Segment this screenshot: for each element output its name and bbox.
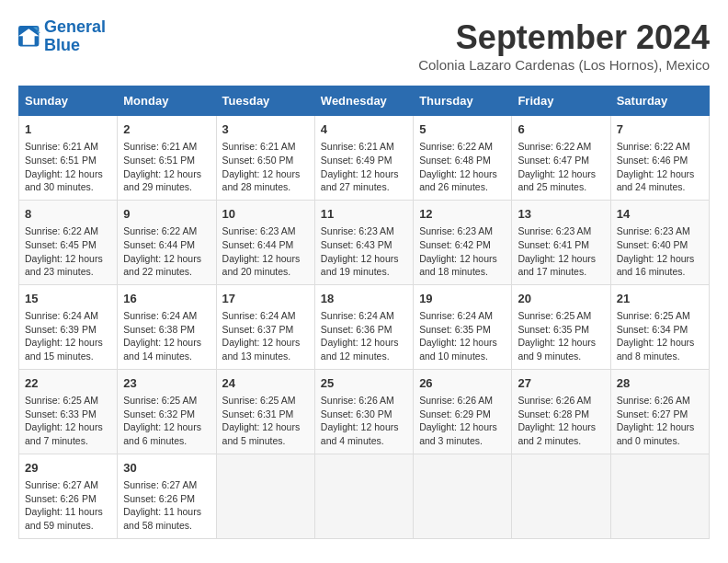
sunset-text: Sunset: 6:51 PM xyxy=(123,155,195,166)
sunrise-text: Sunrise: 6:21 AM xyxy=(123,141,197,152)
sunset-text: Sunset: 6:26 PM xyxy=(123,493,195,504)
sunrise-text: Sunrise: 6:25 AM xyxy=(222,395,296,406)
daylight-text: Daylight: 11 hours and 59 minutes. xyxy=(25,506,103,531)
day-number: 11 xyxy=(321,206,407,223)
sunrise-text: Sunrise: 6:23 AM xyxy=(518,225,591,236)
calendar-cell: 12Sunrise: 6:23 AMSunset: 6:42 PMDayligh… xyxy=(414,200,512,284)
sunset-text: Sunset: 6:35 PM xyxy=(419,324,491,335)
sunset-text: Sunset: 6:42 PM xyxy=(419,239,491,250)
sunset-text: Sunset: 6:43 PM xyxy=(321,239,392,250)
sunrise-text: Sunrise: 6:21 AM xyxy=(25,141,98,152)
daylight-text: Daylight: 11 hours and 58 minutes. xyxy=(123,506,201,531)
sunrise-text: Sunrise: 6:26 AM xyxy=(518,395,591,406)
daylight-text: Daylight: 12 hours and 17 minutes. xyxy=(518,253,596,278)
calendar-cell: 16Sunrise: 6:24 AMSunset: 6:38 PMDayligh… xyxy=(118,284,216,369)
day-number: 4 xyxy=(321,121,407,138)
title-section: September 2024 Colonia Lazaro Cardenas (… xyxy=(418,18,710,73)
sunset-text: Sunset: 6:45 PM xyxy=(25,239,97,250)
day-number: 25 xyxy=(321,375,407,392)
sunset-text: Sunset: 6:49 PM xyxy=(321,155,392,166)
calendar-cell: 17Sunrise: 6:24 AMSunset: 6:37 PMDayligh… xyxy=(216,284,314,369)
calendar-cell: 25Sunrise: 6:26 AMSunset: 6:30 PMDayligh… xyxy=(314,369,413,454)
sunrise-text: Sunrise: 6:24 AM xyxy=(321,310,394,321)
calendar-cell: 29Sunrise: 6:27 AMSunset: 6:26 PMDayligh… xyxy=(19,454,118,538)
calendar-body: 1Sunrise: 6:21 AMSunset: 6:51 PMDaylight… xyxy=(19,116,710,539)
daylight-text: Daylight: 12 hours and 16 minutes. xyxy=(617,253,695,278)
logo-text: General Blue xyxy=(44,18,106,55)
calendar-cell: 19Sunrise: 6:24 AMSunset: 6:35 PMDayligh… xyxy=(414,284,512,369)
sunrise-text: Sunrise: 6:25 AM xyxy=(617,310,690,321)
calendar-cell: 26Sunrise: 6:26 AMSunset: 6:29 PMDayligh… xyxy=(414,369,512,454)
calendar-week-row: 29Sunrise: 6:27 AMSunset: 6:26 PMDayligh… xyxy=(19,454,710,538)
main-title: September 2024 xyxy=(418,18,710,57)
day-number: 18 xyxy=(321,291,407,307)
day-number: 10 xyxy=(222,206,309,223)
daylight-text: Daylight: 12 hours and 26 minutes. xyxy=(419,168,497,193)
sunrise-text: Sunrise: 6:26 AM xyxy=(617,395,690,406)
daylight-text: Daylight: 12 hours and 14 minutes. xyxy=(123,337,201,362)
calendar-cell: 11Sunrise: 6:23 AMSunset: 6:43 PMDayligh… xyxy=(314,200,413,284)
calendar-cell xyxy=(216,454,314,538)
daylight-text: Daylight: 12 hours and 29 minutes. xyxy=(123,168,201,193)
sunset-text: Sunset: 6:36 PM xyxy=(321,324,392,335)
day-number: 6 xyxy=(518,121,604,138)
sunset-text: Sunset: 6:34 PM xyxy=(617,324,688,335)
day-number: 8 xyxy=(25,206,111,223)
logo: General Blue xyxy=(18,18,106,55)
sunrise-text: Sunrise: 6:27 AM xyxy=(123,479,197,490)
day-number: 16 xyxy=(123,291,210,307)
daylight-text: Daylight: 12 hours and 27 minutes. xyxy=(321,168,399,193)
weekday-header-tuesday: Tuesday xyxy=(216,86,314,116)
sunset-text: Sunset: 6:47 PM xyxy=(518,155,589,166)
daylight-text: Daylight: 12 hours and 3 minutes. xyxy=(419,421,497,446)
logo-icon xyxy=(18,26,40,48)
daylight-text: Daylight: 12 hours and 10 minutes. xyxy=(419,337,497,362)
day-number: 14 xyxy=(617,206,703,223)
calendar-cell: 22Sunrise: 6:25 AMSunset: 6:33 PMDayligh… xyxy=(19,369,118,454)
weekday-header-thursday: Thursday xyxy=(414,86,512,116)
calendar-cell: 30Sunrise: 6:27 AMSunset: 6:26 PMDayligh… xyxy=(118,454,216,538)
calendar-cell: 18Sunrise: 6:24 AMSunset: 6:36 PMDayligh… xyxy=(314,284,413,369)
logo-line2: Blue xyxy=(44,36,80,54)
daylight-text: Daylight: 12 hours and 30 minutes. xyxy=(25,168,103,193)
day-number: 24 xyxy=(222,375,309,392)
calendar-cell: 20Sunrise: 6:25 AMSunset: 6:35 PMDayligh… xyxy=(512,284,610,369)
calendar-cell: 24Sunrise: 6:25 AMSunset: 6:31 PMDayligh… xyxy=(216,369,314,454)
calendar-cell: 1Sunrise: 6:21 AMSunset: 6:51 PMDaylight… xyxy=(19,116,118,201)
sunset-text: Sunset: 6:37 PM xyxy=(222,324,294,335)
calendar-week-row: 1Sunrise: 6:21 AMSunset: 6:51 PMDaylight… xyxy=(19,116,710,201)
sunrise-text: Sunrise: 6:25 AM xyxy=(518,310,591,321)
calendar-cell: 28Sunrise: 6:26 AMSunset: 6:27 PMDayligh… xyxy=(610,369,709,454)
daylight-text: Daylight: 12 hours and 25 minutes. xyxy=(518,168,596,193)
calendar-cell: 23Sunrise: 6:25 AMSunset: 6:32 PMDayligh… xyxy=(118,369,216,454)
calendar-cell: 21Sunrise: 6:25 AMSunset: 6:34 PMDayligh… xyxy=(610,284,709,369)
sunrise-text: Sunrise: 6:21 AM xyxy=(222,141,296,152)
sunrise-text: Sunrise: 6:22 AM xyxy=(123,225,197,236)
daylight-text: Daylight: 12 hours and 0 minutes. xyxy=(617,421,695,446)
day-number: 17 xyxy=(222,291,309,307)
calendar: SundayMondayTuesdayWednesdayThursdayFrid… xyxy=(18,86,710,539)
daylight-text: Daylight: 12 hours and 13 minutes. xyxy=(222,337,301,362)
sunrise-text: Sunrise: 6:26 AM xyxy=(321,395,394,406)
weekday-header-wednesday: Wednesday xyxy=(314,86,413,116)
daylight-text: Daylight: 12 hours and 7 minutes. xyxy=(25,421,103,446)
day-number: 1 xyxy=(25,121,111,138)
sunset-text: Sunset: 6:40 PM xyxy=(617,239,688,250)
day-number: 12 xyxy=(419,206,506,223)
daylight-text: Daylight: 12 hours and 19 minutes. xyxy=(321,253,399,278)
sunrise-text: Sunrise: 6:21 AM xyxy=(321,141,394,152)
sunset-text: Sunset: 6:28 PM xyxy=(518,408,589,419)
weekday-header-sunday: Sunday xyxy=(19,86,118,116)
calendar-cell xyxy=(610,454,709,538)
calendar-cell xyxy=(314,454,413,538)
weekday-header-saturday: Saturday xyxy=(610,86,709,116)
day-number: 22 xyxy=(25,375,111,392)
calendar-cell: 3Sunrise: 6:21 AMSunset: 6:50 PMDaylight… xyxy=(216,116,314,201)
daylight-text: Daylight: 12 hours and 6 minutes. xyxy=(123,421,201,446)
day-number: 5 xyxy=(419,121,506,138)
daylight-text: Daylight: 12 hours and 20 minutes. xyxy=(222,253,301,278)
sunset-text: Sunset: 6:35 PM xyxy=(518,324,589,335)
sunset-text: Sunset: 6:26 PM xyxy=(25,493,97,504)
calendar-cell: 27Sunrise: 6:26 AMSunset: 6:28 PMDayligh… xyxy=(512,369,610,454)
sunrise-text: Sunrise: 6:27 AM xyxy=(25,479,98,490)
